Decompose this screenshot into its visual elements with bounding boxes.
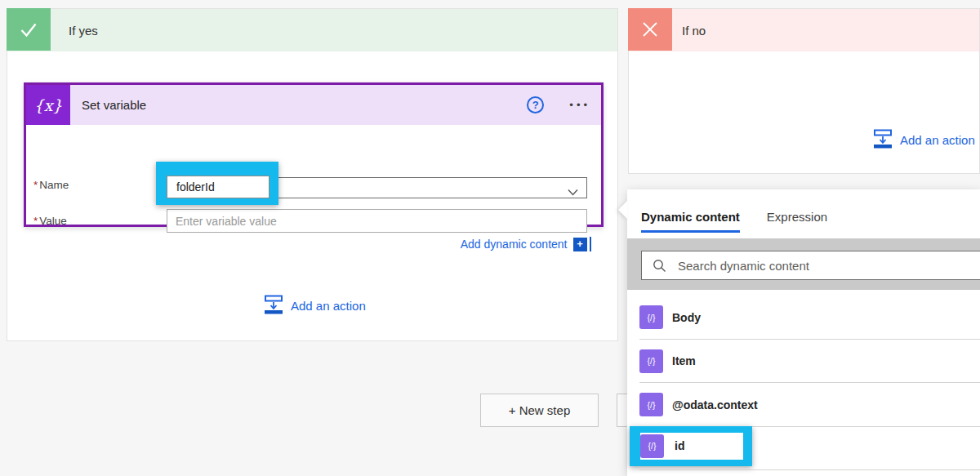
if-no-add-action[interactable]: Add an action: [873, 129, 975, 151]
tab-dynamic-content[interactable]: Dynamic content: [641, 210, 740, 233]
variable-icon: {x}: [26, 85, 70, 125]
set-variable-header[interactable]: {x} Set variable ? •••: [26, 85, 601, 125]
list-item-id[interactable]: {/} id: [627, 427, 980, 471]
search-icon: [653, 259, 666, 273]
add-action-label: Add an action: [900, 133, 975, 147]
required-asterisk: *: [33, 179, 38, 191]
text-cursor: [590, 237, 592, 251]
list-item-odata-context[interactable]: {/} @odata.context: [627, 383, 980, 427]
add-dynamic-content-row: Add dynamic content +: [461, 237, 591, 251]
list-item-body[interactable]: {/} Body: [627, 296, 980, 340]
name-input[interactable]: folderId: [167, 176, 270, 198]
add-dynamic-content-link[interactable]: Add dynamic content: [461, 238, 568, 251]
search-band: [627, 238, 980, 290]
dynamic-content-icon: {/}: [639, 305, 663, 329]
required-asterisk: *: [33, 215, 38, 227]
search-input[interactable]: [678, 251, 980, 279]
set-variable-body: *Name folderId *Value Add dynamic conten…: [26, 125, 601, 220]
dynamic-content-icon: {/}: [639, 349, 663, 373]
dynamic-content-panel: Dynamic content Expression {/} Body {/} …: [627, 189, 980, 476]
x-icon: [628, 8, 672, 51]
if-yes-title: If yes: [69, 24, 98, 38]
dynamic-content-icon: {/}: [640, 434, 664, 458]
if-yes-branch-card: If yes {x} Set variable ? ••• *Name fold…: [7, 8, 618, 341]
set-variable-title: Set variable: [82, 98, 146, 112]
name-field-label: *Name: [33, 179, 69, 191]
new-step-button[interactable]: + New step: [480, 394, 599, 427]
value-field-label: *Value: [33, 215, 67, 227]
insert-action-icon: [264, 295, 283, 317]
check-icon: [7, 8, 51, 51]
if-yes-add-action[interactable]: Add an action: [264, 295, 366, 317]
dynamic-content-icon: {/}: [639, 393, 663, 416]
name-value-highlight: folderId: [156, 162, 278, 205]
value-input[interactable]: [167, 209, 587, 233]
if-yes-header: If yes: [7, 9, 617, 51]
if-no-title: If no: [682, 24, 706, 38]
insert-action-icon: [873, 129, 893, 151]
add-dynamic-content-plus-icon[interactable]: +: [573, 238, 587, 251]
if-no-header: If no: [629, 9, 979, 51]
search-box[interactable]: [641, 251, 980, 280]
add-action-label: Add an action: [291, 299, 366, 313]
panel-pointer: [618, 201, 627, 219]
if-no-branch-card: If no Add an action: [628, 8, 980, 174]
set-variable-card[interactable]: {x} Set variable ? ••• *Name folderId *V…: [24, 82, 604, 227]
help-icon[interactable]: ?: [527, 96, 544, 113]
dynamic-content-list: {/} Body {/} Item {/} @odata.context {/}…: [627, 296, 980, 470]
chevron-down-icon: [568, 185, 578, 199]
panel-tabs: Dynamic content Expression: [641, 210, 827, 233]
more-options-icon[interactable]: •••: [569, 99, 590, 111]
list-item-item[interactable]: {/} Item: [627, 340, 980, 384]
tab-expression[interactable]: Expression: [767, 210, 827, 233]
id-item-highlight: {/} id: [630, 426, 752, 466]
